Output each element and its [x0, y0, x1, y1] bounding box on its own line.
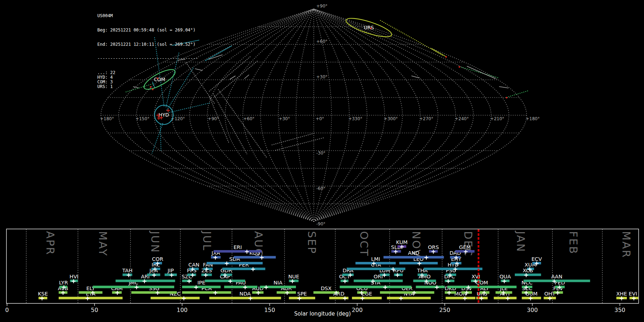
x-tick-label: 200 — [352, 307, 363, 313]
month-label-JAN: JAN — [514, 230, 527, 253]
month-label-JUN: JUN — [149, 230, 161, 253]
shower-bar-SSG — [131, 291, 177, 294]
shower-bar-CTA — [347, 268, 405, 270]
shower-label-GEM: GEM — [459, 244, 471, 250]
meteor-dot — [459, 66, 460, 68]
meteor-streak — [230, 76, 235, 79]
lon-label: +270° — [419, 116, 433, 121]
shower-bar-STA — [340, 286, 411, 288]
shower-bar-SPE — [289, 297, 315, 299]
shower-bar-AAN — [523, 280, 590, 282]
shower-bar-CAP — [205, 280, 245, 282]
x-axis-title: Solar longitude (deg) — [294, 311, 351, 317]
activity-timeline: APRMAYJUNJULAUGSEPOCTNOVDECJANFEBMARKSEE… — [5, 229, 639, 317]
station-info-block: US004M Beg: 20251221 00:59:48 (sol = 269… — [97, 4, 198, 99]
month-label-OCT: OCT — [358, 231, 370, 257]
shower-label-ERI: ERI — [234, 244, 242, 250]
shower-label-AND: AND — [408, 250, 419, 256]
lat-label: +60° — [316, 39, 327, 44]
meteor-trail-dotted — [218, 89, 267, 157]
shower-label-EVI: EVI — [629, 291, 637, 297]
lon-label: +240° — [455, 116, 469, 121]
meteor-trail-dotted — [507, 91, 528, 97]
shower-label-QUA: QUA — [499, 274, 511, 279]
shower-bar-ELY — [79, 291, 102, 294]
lat-label: -60° — [316, 186, 326, 191]
report-figure: +180°+150°+120°+90°+60°+30°+0°+330°+300°… — [0, 0, 644, 322]
meteor-station-report: +180°+150°+120°+90°+60°+30°+0°+330°+300°… — [0, 0, 644, 322]
observation-begin: Beg: 20251221 00:59:48 (sol = 269.04°) — [97, 28, 198, 33]
lon-label: +30° — [279, 116, 290, 121]
shower-bar-NZC — [151, 297, 200, 299]
meteor-streak — [467, 66, 496, 79]
shower-label-SPE: SPE — [297, 291, 307, 297]
shower-label-KUM: KUM — [396, 239, 408, 245]
shower-label-KSE: KSE — [38, 291, 48, 297]
shower-bar-COM — [447, 286, 516, 288]
meteor-dot — [445, 56, 447, 58]
shower-bar-ETA — [59, 297, 123, 299]
lon-label: +300° — [384, 116, 398, 121]
shower-label-LMI: LMI — [371, 256, 380, 262]
shower-bar-IPE — [182, 286, 221, 288]
lon-label: +210° — [490, 116, 504, 121]
shower-bar-MON — [446, 297, 475, 299]
observation-end: End: 20251221 12:10:11 (sol = 269.52°) — [97, 42, 198, 47]
radiant-label-HYD: HYD — [159, 112, 169, 118]
count-line-URS: URS: 1 — [97, 84, 198, 89]
month-label-APR: APR — [44, 231, 57, 255]
shower-bar-PAU — [224, 286, 257, 288]
shower-label-NUE: NUE — [288, 274, 299, 279]
meteor-trail-dotted — [160, 125, 161, 150]
info-divider: --------------------------------------- — [97, 56, 198, 61]
x-tick-label: 250 — [439, 307, 450, 313]
month-label-SEP: SEP — [306, 231, 318, 254]
month-label-FEB: FEB — [567, 231, 580, 255]
shower-bar-AHY — [494, 297, 517, 299]
shower-bar-PER — [223, 268, 265, 270]
shower-label-ORS: ORS — [428, 244, 439, 250]
meteor-markers — [150, 28, 507, 120]
meteor-streak — [499, 87, 508, 88]
meteor-streak — [209, 55, 223, 59]
radiant-URS: URS — [344, 15, 393, 40]
month-label-JUL: JUL — [201, 230, 213, 252]
lon-label: +150° — [136, 116, 150, 121]
x-tick-label: 0 — [5, 307, 9, 313]
lon-label: +90° — [208, 116, 219, 121]
lon-label: +60° — [243, 116, 254, 121]
shower-bar-NTA — [387, 297, 431, 299]
meteor-streak — [431, 48, 446, 57]
meteor-streak — [244, 75, 249, 79]
meteor-trail-dotted — [209, 57, 250, 91]
lat-label: -30° — [316, 151, 326, 156]
meteor-trail-dotted — [213, 94, 247, 154]
shower-label-HVI: HVI — [69, 274, 78, 279]
shower-bar-ERI — [214, 250, 262, 253]
meteor-dot — [370, 28, 372, 29]
shower-bar-OER — [380, 291, 434, 294]
month-label-MAR: MAR — [620, 231, 633, 258]
shower-label-AAN: AAN — [551, 274, 562, 279]
shower-label-ECV: ECV — [531, 256, 542, 262]
shower-label-DSX: DSX — [321, 286, 331, 291]
shower-label-NDA: NDA — [239, 291, 251, 297]
lat-label: -90° — [316, 221, 326, 226]
shower-bar-JMC — [93, 286, 174, 288]
shower-bar-NOO — [416, 286, 445, 288]
shower-label-TAH: TAH — [122, 268, 133, 273]
lon-label: +180° — [526, 116, 540, 121]
station-id: US004M — [97, 14, 198, 18]
shower-count-list: ...: 22HYD: 4COM: 3URS: 1 — [97, 70, 198, 89]
shower-bar-EGE — [352, 297, 382, 299]
shower-bar-AND — [384, 256, 444, 259]
meteor-trail-dotted — [380, 20, 444, 56]
shower-label-LYR: LYR — [59, 280, 68, 286]
shower-bar-SDA — [207, 262, 263, 264]
radiant-HYD: HYD — [155, 105, 173, 125]
lat-label: +90° — [316, 4, 327, 9]
shower-bar-KCG — [234, 256, 275, 259]
meteor-trail-dotted — [462, 67, 499, 78]
shower-label-CAN: CAN — [189, 262, 200, 268]
lon-label: +330° — [348, 116, 362, 121]
